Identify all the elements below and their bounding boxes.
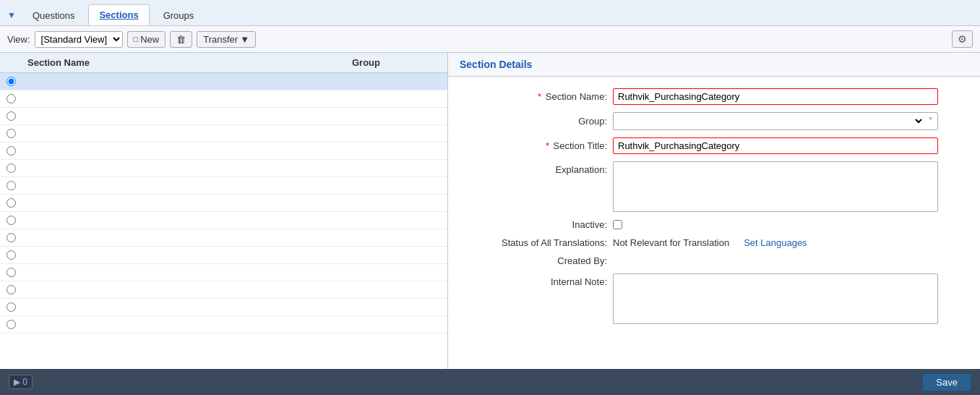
tab-sections[interactable]: Sections bbox=[88, 4, 149, 25]
row-radio-3[interactable] bbox=[7, 111, 16, 121]
table-row bbox=[0, 125, 447, 143]
row-radio-8[interactable] bbox=[7, 198, 16, 208]
gear-button[interactable]: ⚙ bbox=[952, 30, 973, 48]
internal-note-textarea[interactable] bbox=[613, 273, 938, 324]
row-radio-12[interactable] bbox=[7, 268, 16, 277]
radio-cell[interactable] bbox=[0, 320, 22, 329]
delete-icon: 🗑 bbox=[176, 34, 186, 45]
row-radio-11[interactable] bbox=[7, 250, 16, 260]
group-select[interactable] bbox=[614, 113, 924, 129]
view-select[interactable]: [Standard View] bbox=[35, 32, 122, 47]
table-row bbox=[0, 229, 447, 247]
table-row bbox=[0, 108, 447, 125]
message-icon[interactable]: ▶ 0 bbox=[9, 375, 33, 389]
transfer-arrow-icon: ▼ bbox=[240, 34, 249, 45]
radio-cell[interactable] bbox=[0, 302, 22, 312]
group-select-wrapper[interactable]: ˅ bbox=[613, 112, 938, 130]
row-radio-1[interactable] bbox=[7, 77, 16, 86]
radio-cell[interactable] bbox=[0, 285, 22, 294]
radio-cell[interactable] bbox=[0, 77, 22, 86]
row-radio-14[interactable] bbox=[7, 302, 16, 312]
message-count: 0 bbox=[22, 377, 27, 387]
group-label: Group: bbox=[463, 116, 607, 127]
th-section-name: Section Name bbox=[22, 53, 346, 72]
radio-cell[interactable] bbox=[0, 233, 22, 242]
sections-list-panel: Section Name Group bbox=[0, 53, 448, 369]
table-header: Section Name Group bbox=[0, 53, 447, 73]
internal-note-row: Internal Note: bbox=[463, 273, 966, 324]
view-select-wrapper[interactable]: [Standard View] bbox=[35, 31, 123, 48]
section-details-header: Section Details bbox=[448, 53, 980, 77]
gear-icon: ⚙ bbox=[958, 33, 967, 45]
set-languages-link[interactable]: Set Languages bbox=[744, 237, 807, 248]
translations-label: Status of All Translations: bbox=[463, 237, 607, 248]
table-row bbox=[0, 177, 447, 195]
table-row bbox=[0, 247, 447, 264]
explanation-label: Explanation: bbox=[463, 161, 607, 175]
radio-cell[interactable] bbox=[0, 216, 22, 225]
transfer-button[interactable]: Transfer ▼ bbox=[197, 31, 256, 48]
new-icon: □ bbox=[134, 35, 139, 43]
inactive-checkbox[interactable] bbox=[613, 220, 622, 229]
radio-cell[interactable] bbox=[0, 94, 22, 103]
radio-cell[interactable] bbox=[0, 198, 22, 208]
row-radio-4[interactable] bbox=[7, 129, 16, 138]
tab-questions[interactable]: Questions bbox=[22, 5, 86, 25]
radio-cell[interactable] bbox=[0, 146, 22, 156]
main-content: Section Name Group bbox=[0, 53, 980, 369]
internal-note-label: Internal Note: bbox=[463, 273, 607, 287]
bottom-bar: ▶ 0 Save bbox=[0, 369, 980, 395]
bottom-left: ▶ 0 bbox=[9, 375, 33, 389]
section-name-row: * Section Name: bbox=[463, 88, 966, 105]
table-row bbox=[0, 212, 447, 229]
radio-cell[interactable] bbox=[0, 129, 22, 138]
row-radio-13[interactable] bbox=[7, 285, 16, 294]
table-row bbox=[0, 90, 447, 108]
section-title-row: * Section Title: bbox=[463, 137, 966, 154]
section-title-input[interactable] bbox=[613, 137, 938, 154]
table-row bbox=[0, 160, 447, 177]
table-row bbox=[0, 316, 447, 334]
row-radio-7[interactable] bbox=[7, 181, 16, 190]
translations-row: Status of All Translations: Not Relevant… bbox=[463, 237, 966, 248]
save-button[interactable]: Save bbox=[922, 373, 971, 391]
section-name-label: * Section Name: bbox=[463, 91, 607, 102]
radio-cell[interactable] bbox=[0, 111, 22, 121]
expand-icon[interactable]: ▼ bbox=[7, 10, 16, 20]
inactive-label: Inactive: bbox=[463, 219, 607, 230]
tab-groups[interactable]: Groups bbox=[152, 5, 205, 25]
row-radio-10[interactable] bbox=[7, 233, 16, 242]
table-row bbox=[0, 143, 447, 160]
section-details-panel: Section Details * Section Name: Group: ˅ bbox=[448, 53, 980, 369]
explanation-row: Explanation: bbox=[463, 161, 966, 212]
section-title-required: * bbox=[546, 140, 552, 151]
row-radio-5[interactable] bbox=[7, 146, 16, 156]
form-area: * Section Name: Group: ˅ * Section Title… bbox=[448, 77, 980, 343]
new-button[interactable]: □ New bbox=[127, 31, 166, 48]
created-by-label: Created By: bbox=[463, 255, 607, 266]
row-radio-15[interactable] bbox=[7, 320, 16, 329]
row-radio-2[interactable] bbox=[7, 94, 16, 103]
view-label: View: bbox=[7, 34, 30, 45]
radio-cell[interactable] bbox=[0, 181, 22, 190]
table-row bbox=[0, 264, 447, 281]
group-chevron-icon: ˅ bbox=[924, 116, 937, 126]
delete-button[interactable]: 🗑 bbox=[170, 31, 192, 48]
th-radio bbox=[0, 53, 22, 72]
row-radio-6[interactable] bbox=[7, 163, 16, 173]
row-radio-9[interactable] bbox=[7, 216, 16, 225]
inactive-row: Inactive: bbox=[463, 219, 966, 230]
radio-cell[interactable] bbox=[0, 163, 22, 173]
section-name-input[interactable] bbox=[613, 88, 938, 105]
top-nav-bar: ▼ Questions Sections Groups bbox=[0, 0, 980, 26]
toolbar: View: [Standard View] □ New 🗑 Transfer ▼… bbox=[0, 26, 980, 53]
table-row bbox=[0, 281, 447, 299]
created-by-row: Created By: bbox=[463, 255, 966, 266]
translation-status-value: Not Relevant for Translation bbox=[613, 237, 729, 248]
th-group: Group bbox=[346, 53, 447, 72]
radio-cell[interactable] bbox=[0, 250, 22, 260]
radio-cell[interactable] bbox=[0, 268, 22, 277]
new-label: New bbox=[140, 34, 159, 45]
explanation-textarea[interactable] bbox=[613, 161, 938, 212]
group-row: Group: ˅ bbox=[463, 112, 966, 130]
